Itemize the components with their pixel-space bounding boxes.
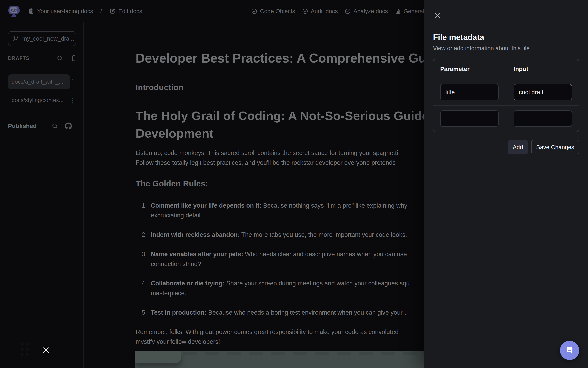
draft-item[interactable]: docs/styling/contex... (8, 93, 70, 108)
draft-item[interactable]: docs/a_draft_with_... (8, 74, 70, 89)
search-published-icon[interactable] (52, 123, 58, 129)
branch-name: my_cool_new_dra... (22, 35, 74, 42)
save-changes-button[interactable]: Save Changes (531, 140, 579, 154)
drafts-label: DRAFTS (8, 55, 57, 61)
kebab-menu-icon[interactable]: ⋮ (70, 79, 76, 85)
top-actions: Code Objects Audit docs Analyze docs (251, 0, 441, 22)
breadcrumb-edit-docs[interactable]: Edit docs (109, 8, 142, 15)
parameter-field[interactable] (440, 84, 499, 101)
github-icon[interactable] (65, 122, 72, 129)
parameter-field[interactable] (440, 110, 499, 127)
edit-doc-icon (109, 8, 116, 14)
published-label: Published (8, 123, 44, 129)
panel-subtitle: View or add information about this file (433, 45, 579, 52)
breadcrumb-label: Your user-facing docs (37, 8, 93, 15)
kebab-menu-icon[interactable]: ⋮ (70, 97, 76, 103)
panel-title: File metadata (433, 33, 579, 42)
breadcrumb-your-docs[interactable]: Your user-facing docs (28, 8, 93, 15)
table-row (433, 105, 579, 132)
search-drafts-icon[interactable] (57, 55, 63, 61)
drag-handle-dots-icon[interactable] (21, 343, 30, 357)
check-circle-icon (345, 8, 351, 14)
nav-audit-docs[interactable]: Audit docs (302, 8, 338, 15)
robot-logo (7, 5, 20, 18)
document-icon (395, 8, 401, 14)
git-branch-icon (13, 36, 19, 42)
clipboard-icon (28, 8, 34, 14)
input-column-header: Input (514, 66, 572, 72)
nav-analyze-docs[interactable]: Analyze docs (345, 8, 388, 15)
check-circle-icon (251, 8, 257, 14)
parameter-column-header: Parameter (440, 66, 514, 72)
preview-tab (135, 351, 181, 363)
breadcrumb-separator: / (100, 8, 102, 15)
chat-bubble-icon (564, 345, 575, 356)
breadcrumb-label: Edit docs (118, 8, 142, 15)
chat-launcher-button[interactable] (560, 341, 579, 360)
breadcrumb: Your user-facing docs / Edit docs (28, 0, 142, 22)
check-circle-icon (302, 8, 308, 14)
input-field[interactable] (514, 110, 572, 127)
new-draft-icon[interactable] (71, 55, 78, 62)
file-metadata-panel: File metadata View or add information ab… (424, 0, 588, 368)
close-icon[interactable] (433, 11, 442, 20)
panel-actions: Add Save Changes (433, 140, 579, 154)
metadata-table-header: Parameter Input (433, 59, 579, 79)
add-button[interactable]: Add (508, 140, 528, 154)
draft-item-label: docs/styling/contex... (12, 97, 64, 103)
metadata-table: Parameter Input (433, 59, 579, 132)
table-row (433, 79, 579, 105)
branch-selector-button[interactable]: my_cool_new_dra... (8, 31, 76, 46)
draft-item-label: docs/a_draft_with_... (12, 79, 63, 85)
published-header: Published (8, 122, 78, 129)
nav-code-objects[interactable]: Code Objects (251, 8, 295, 15)
input-field[interactable] (514, 84, 572, 101)
drafts-header: DRAFTS (8, 55, 78, 62)
widget-close-icon[interactable] (43, 347, 49, 354)
sidebar: my_cool_new_dra... DRAFTS docs/a_draft_w… (0, 22, 84, 368)
